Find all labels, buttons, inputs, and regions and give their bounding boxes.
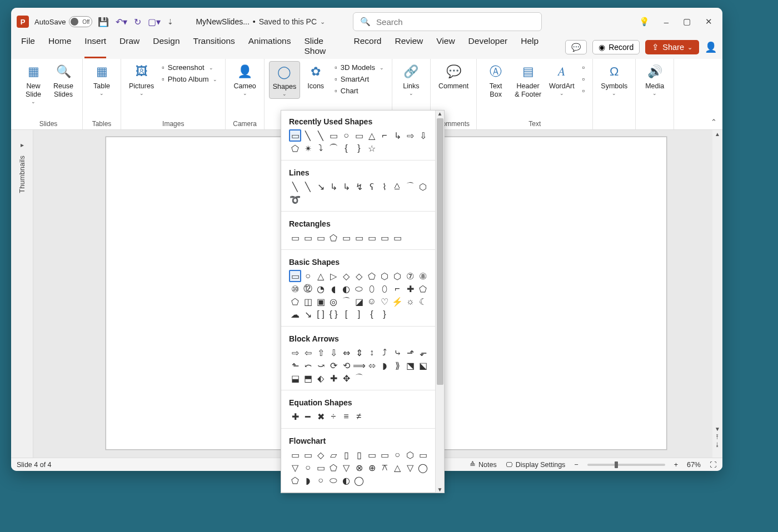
tab-insert[interactable]: Insert: [84, 36, 106, 58]
zoom-out-button[interactable]: −: [574, 461, 578, 469]
shape-item[interactable]: ⬑: [289, 359, 301, 372]
shape-item[interactable]: ⤴: [378, 347, 391, 359]
shape-item[interactable]: ⩟: [391, 180, 403, 193]
record-button[interactable]: ◉ Record: [592, 40, 640, 54]
tab-record[interactable]: Record: [353, 36, 381, 58]
chart-button[interactable]: ▫Chart: [331, 86, 387, 96]
shape-item[interactable]: ⊗: [353, 461, 365, 474]
tab-home[interactable]: Home: [48, 36, 71, 58]
shape-item[interactable]: ▭: [378, 232, 391, 244]
shape-item[interactable]: ▭: [315, 461, 327, 474]
minimize-button[interactable]: –: [664, 17, 669, 27]
shape-item[interactable]: ☁: [289, 308, 301, 320]
screenshot-button[interactable]: ▫Screenshot⌄: [158, 62, 221, 73]
cameo-button[interactable]: 👤Cameo⌄: [230, 61, 259, 98]
shape-item[interactable]: ⌒: [404, 180, 416, 193]
shape-item[interactable]: ▭: [366, 449, 378, 461]
shape-item[interactable]: ⟹: [353, 359, 365, 372]
shape-item[interactable]: ▯: [340, 449, 352, 461]
shape-item[interactable]: ⑩: [289, 283, 301, 295]
shape-item[interactable]: ◇: [340, 270, 352, 282]
maximize-button[interactable]: ▢: [683, 17, 691, 27]
dropdown-scrollbar[interactable]: ▲ ▼: [435, 111, 444, 493]
shape-item[interactable]: ↘: [302, 308, 314, 320]
shape-item[interactable]: {: [340, 142, 352, 154]
lightbulb-icon[interactable]: 💡: [639, 17, 650, 27]
scroll-down-icon[interactable]: ▼: [712, 426, 722, 432]
shape-item[interactable]: ◐: [340, 283, 352, 295]
shape-item[interactable]: ⬓: [289, 372, 301, 384]
symbols-button[interactable]: ΩSymbols⌄: [597, 61, 631, 98]
shape-item[interactable]: ☆: [366, 142, 378, 154]
scroll-up-icon[interactable]: ▲: [436, 111, 444, 117]
shape-item[interactable]: ⬠: [417, 283, 429, 295]
shape-item[interactable]: ◫: [302, 295, 314, 308]
shape-item[interactable]: [391, 308, 403, 320]
shape-item[interactable]: ▭: [289, 449, 301, 461]
zoom-slider[interactable]: [587, 464, 665, 466]
shape-item[interactable]: ⌇: [378, 180, 391, 193]
smartart-button[interactable]: ▫SmartArt: [331, 74, 387, 84]
text-extra-button-0[interactable]: ▫: [579, 62, 589, 73]
shape-item[interactable]: ⑫: [302, 283, 314, 295]
shape-item[interactable]: ⇧: [315, 347, 327, 359]
shape-item[interactable]: ⬡: [417, 180, 429, 193]
shape-item[interactable]: ⇦: [302, 347, 314, 359]
shape-item[interactable]: ⇨: [404, 129, 416, 142]
shape-item[interactable]: ⬠: [366, 270, 378, 282]
qat-overflow-icon[interactable]: ⇣: [167, 18, 173, 26]
shape-item[interactable]: ↕: [366, 347, 378, 359]
tab-view[interactable]: View: [436, 36, 455, 58]
shape-item[interactable]: ✥: [340, 372, 352, 384]
shape-item[interactable]: ≡: [340, 410, 352, 423]
shape-item[interactable]: ▭: [327, 129, 340, 142]
shape-item[interactable]: ⬯: [378, 283, 391, 295]
close-button[interactable]: ✕: [705, 17, 712, 27]
shape-item[interactable]: ▭: [391, 232, 403, 244]
tab-review[interactable]: Review: [395, 36, 423, 58]
shape-item[interactable]: ⬔: [404, 359, 416, 372]
search-input[interactable]: 🔍 Search: [353, 12, 542, 31]
shape-item[interactable]: [: [340, 308, 352, 320]
tab-help[interactable]: Help: [521, 36, 538, 58]
thumbnail-panel[interactable]: ▸ Thumbnails: [11, 130, 33, 458]
shape-item[interactable]: ⟳: [327, 359, 340, 372]
shape-item[interactable]: ⚡: [391, 295, 403, 308]
shape-item[interactable]: ◔: [315, 283, 327, 295]
shape-item[interactable]: ◗: [378, 359, 391, 372]
fit-to-window-button[interactable]: ⛶: [710, 461, 717, 469]
shape-item[interactable]: ⇨: [289, 347, 301, 359]
shape-item[interactable]: ↳: [327, 180, 340, 193]
shape-item[interactable]: ━: [302, 410, 314, 423]
header-footer-button[interactable]: ▤Header& Footer: [511, 61, 545, 100]
shape-item[interactable]: ◇: [353, 270, 365, 282]
next-slide-icon[interactable]: ⭳: [712, 441, 722, 448]
shape-item[interactable]: ⬭: [327, 474, 340, 486]
shape-item[interactable]: ♡: [378, 295, 391, 308]
ribbon-collapse-icon[interactable]: ⌃: [711, 118, 717, 126]
photo-album-button[interactable]: ▫Photo Album⌄: [158, 74, 221, 84]
text-extra-button-1[interactable]: ▫: [579, 74, 589, 84]
shape-item[interactable]: ▭: [417, 449, 429, 461]
tab-transitions[interactable]: Transitions: [193, 36, 235, 58]
pictures-button[interactable]: 🖼Pictures⌄: [126, 61, 157, 98]
prev-slide-icon[interactable]: ⭱: [712, 434, 722, 440]
shape-item[interactable]: ⟲: [340, 359, 352, 372]
shape-item[interactable]: ↯: [353, 180, 365, 193]
notes-button[interactable]: ≙Notes: [470, 460, 497, 469]
table-button[interactable]: ▦Table⌄: [87, 61, 116, 98]
scroll-down-icon[interactable]: ▼: [436, 486, 444, 493]
slide-counter[interactable]: Slide 4 of 4: [17, 461, 52, 469]
media-button[interactable]: 🔊Media⌄: [640, 61, 669, 98]
redo-icon[interactable]: ↻: [134, 17, 141, 27]
shape-item[interactable]: ⤺: [302, 359, 314, 372]
shape-item[interactable]: △: [315, 270, 327, 282]
shape-item[interactable]: ➰: [289, 193, 301, 205]
shape-item[interactable]: ⬠: [289, 295, 301, 308]
shape-item[interactable]: ▯: [353, 449, 365, 461]
shape-item[interactable]: ⬭: [353, 283, 365, 295]
shape-item[interactable]: ✴: [302, 142, 314, 154]
shape-item[interactable]: ╲: [302, 129, 314, 142]
shape-item[interactable]: [ ]: [315, 308, 327, 320]
shapes-button[interactable]: ◯Shapes⌄: [269, 61, 300, 99]
